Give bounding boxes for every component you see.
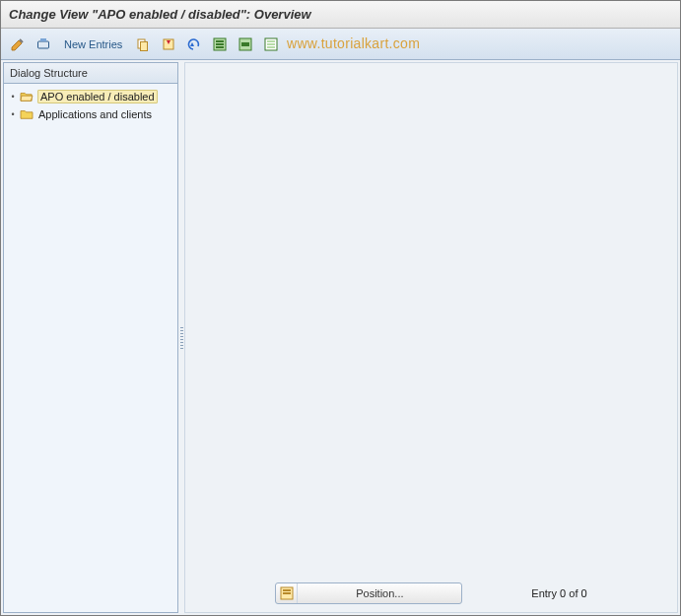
select-block-icon[interactable] xyxy=(235,34,256,55)
svg-rect-14 xyxy=(267,46,275,48)
footer-bar: Position... Entry 0 of 0 xyxy=(185,582,677,604)
svg-rect-0 xyxy=(38,41,49,48)
dialog-structure-panel: Dialog Structure • APO enabled / disable… xyxy=(3,62,178,613)
title-bar: Change View "APO enabled / disabled": Ov… xyxy=(1,1,680,29)
position-icon xyxy=(276,583,298,603)
delete-icon[interactable] xyxy=(158,34,179,55)
tree-item-label: APO enabled / disabled xyxy=(37,90,158,103)
toolbar: New Entries www.tutorialkart.com xyxy=(1,29,680,60)
expand-selection-icon[interactable] xyxy=(33,34,54,55)
svg-rect-16 xyxy=(283,589,291,591)
page-title: Change View "APO enabled / disabled": Ov… xyxy=(9,7,311,22)
tree-item-label: Applications and clients xyxy=(37,108,153,120)
main-area: Dialog Structure • APO enabled / disable… xyxy=(1,60,680,615)
tree: • APO enabled / disabled • Applications … xyxy=(4,84,177,127)
select-all-icon[interactable] xyxy=(209,34,231,55)
toggle-display-change-icon[interactable] xyxy=(7,34,29,55)
svg-rect-7 xyxy=(216,43,224,45)
tree-item-apo-enabled-disabled[interactable]: • APO enabled / disabled xyxy=(6,88,175,105)
copy-as-icon[interactable] xyxy=(132,34,154,55)
tree-bullet-icon: • xyxy=(10,109,16,119)
content-area: Position... Entry 0 of 0 xyxy=(184,62,678,613)
dialog-structure-header: Dialog Structure xyxy=(4,63,177,84)
folder-closed-icon xyxy=(20,108,34,120)
new-entries-button[interactable]: New Entries xyxy=(58,38,128,50)
folder-open-icon xyxy=(20,91,34,103)
svg-rect-3 xyxy=(141,41,148,50)
svg-rect-13 xyxy=(267,43,275,45)
svg-rect-10 xyxy=(241,42,249,46)
svg-rect-6 xyxy=(216,40,224,42)
tree-item-applications-and-clients[interactable]: • Applications and clients xyxy=(6,105,175,123)
position-button[interactable]: Position... xyxy=(275,582,462,604)
watermark-text: www.tutorialkart.com xyxy=(287,35,420,51)
position-button-label: Position... xyxy=(298,587,461,599)
svg-rect-17 xyxy=(283,592,291,594)
svg-rect-12 xyxy=(267,40,275,42)
svg-rect-1 xyxy=(40,38,46,41)
deselect-all-icon[interactable] xyxy=(260,34,282,55)
svg-rect-8 xyxy=(216,46,224,48)
undo-change-icon[interactable] xyxy=(183,34,205,55)
entry-status-text: Entry 0 of 0 xyxy=(531,587,586,599)
tree-bullet-icon: • xyxy=(10,92,16,102)
